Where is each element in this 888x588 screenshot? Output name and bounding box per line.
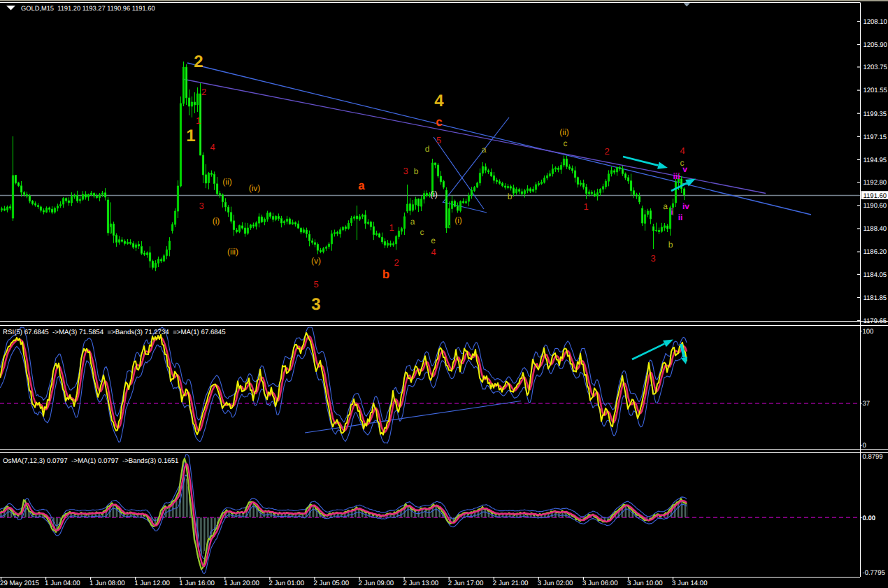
svg-text:a: a	[482, 145, 487, 155]
svg-text:2 Jun 17:00: 2 Jun 17:00	[448, 580, 484, 587]
svg-text:3: 3	[403, 166, 408, 176]
svg-text:1: 1	[389, 222, 394, 233]
svg-text:iii: iii	[673, 171, 680, 181]
svg-text:v: v	[682, 164, 687, 174]
svg-text:1186.20: 1186.20	[864, 248, 887, 256]
svg-text:1184.05: 1184.05	[864, 271, 887, 279]
svg-text:3 Jun 02:00: 3 Jun 02:00	[538, 580, 573, 587]
svg-text:29 May 2015: 29 May 2015	[0, 580, 39, 587]
svg-text:1181.85: 1181.85	[864, 294, 887, 302]
svg-text:OsMA(7,12,3) 0.0797 ->MA(1) 0: OsMA(7,12,3) 0.0797 ->MA(1) 0.0797 ->Ban…	[3, 457, 178, 465]
svg-text:i: i	[671, 207, 673, 217]
svg-text:5: 5	[313, 279, 318, 289]
svg-text:iv: iv	[682, 201, 689, 211]
svg-text:GOLD,M15 1191.20 1193.27 1190: GOLD,M15 1191.20 1193.27 1190.96 1191.60	[21, 5, 155, 12]
svg-text:100: 100	[863, 328, 874, 336]
svg-text:3: 3	[199, 201, 203, 211]
svg-text:-0.7795: -0.7795	[863, 569, 885, 577]
svg-text:3: 3	[650, 253, 655, 264]
svg-text:(i): (i)	[454, 215, 462, 225]
svg-text:(ii): (ii)	[559, 127, 568, 137]
svg-text:b: b	[508, 192, 513, 201]
svg-text:1 Jun 20:00: 1 Jun 20:00	[224, 580, 259, 587]
svg-text:37: 37	[863, 400, 871, 408]
svg-text:a: a	[358, 179, 365, 192]
svg-text:3 Jun 10:00: 3 Jun 10:00	[627, 580, 663, 587]
svg-text:2: 2	[194, 52, 203, 71]
svg-text:4: 4	[210, 142, 215, 152]
svg-text:3: 3	[311, 295, 320, 314]
svg-text:1194.95: 1194.95	[864, 157, 887, 164]
svg-text:a: a	[410, 217, 415, 227]
svg-text:2 Jun 13:00: 2 Jun 13:00	[403, 580, 439, 587]
svg-text:(iii): (iii)	[227, 247, 238, 257]
svg-text:ii: ii	[678, 213, 683, 222]
svg-text:(ii): (ii)	[222, 177, 231, 187]
svg-text:2 Jun 21:00: 2 Jun 21:00	[493, 580, 529, 587]
svg-text:1201.55: 1201.55	[864, 87, 887, 94]
svg-text:1190.60: 1190.60	[864, 202, 887, 210]
svg-text:2 Jun 01:00: 2 Jun 01:00	[268, 580, 304, 587]
svg-text:(v): (v)	[311, 256, 321, 266]
svg-text:1199.35: 1199.35	[864, 110, 887, 118]
svg-text:1: 1	[583, 201, 588, 212]
svg-text:1205.90: 1205.90	[864, 41, 887, 49]
svg-text:0: 0	[863, 442, 866, 450]
svg-text:1197.15: 1197.15	[864, 134, 887, 141]
svg-text:1 Jun 12:00: 1 Jun 12:00	[134, 580, 170, 587]
svg-text:0.00: 0.00	[863, 515, 876, 522]
svg-text:c: c	[420, 227, 424, 237]
svg-text:1208.10: 1208.10	[864, 18, 887, 26]
svg-text:1 Jun 08:00: 1 Jun 08:00	[89, 580, 125, 587]
svg-text:e: e	[431, 236, 436, 245]
svg-text:RSI(5) 67.6845 ->MA(3) 71.585: RSI(5) 67.6845 ->MA(3) 71.5854 =>Bands(3…	[3, 329, 226, 336]
svg-text:(i): (i)	[213, 216, 220, 226]
svg-text:1179.65: 1179.65	[864, 317, 887, 325]
svg-text:(i): (i)	[430, 189, 438, 199]
svg-text:2: 2	[394, 257, 399, 268]
svg-text:1: 1	[196, 115, 201, 126]
svg-text:c: c	[436, 115, 442, 129]
svg-text:c: c	[564, 138, 568, 148]
svg-text:4: 4	[680, 145, 685, 156]
svg-text:2 Jun 09:00: 2 Jun 09:00	[359, 580, 394, 587]
svg-text:3 Jun 06:00: 3 Jun 06:00	[582, 580, 618, 587]
svg-text:1203.75: 1203.75	[864, 64, 887, 71]
svg-text:b: b	[382, 268, 389, 281]
svg-text:2: 2	[604, 146, 609, 157]
svg-text:(iv): (iv)	[249, 183, 261, 193]
svg-text:0.8799: 0.8799	[863, 453, 883, 461]
svg-text:1191.60: 1191.60	[864, 192, 887, 200]
svg-text:2: 2	[201, 87, 206, 97]
svg-text:b: b	[668, 240, 673, 250]
svg-text:3 Jun 14:00: 3 Jun 14:00	[672, 580, 708, 587]
svg-text:d: d	[425, 144, 430, 154]
svg-text:1192.80: 1192.80	[864, 179, 887, 187]
svg-text:1188.40: 1188.40	[864, 225, 887, 233]
svg-text:b: b	[414, 166, 419, 176]
svg-text:4: 4	[431, 247, 436, 257]
svg-text:4: 4	[434, 92, 444, 110]
svg-text:1: 1	[186, 127, 195, 145]
svg-text:2 Jun 05:00: 2 Jun 05:00	[314, 580, 350, 587]
svg-text:5: 5	[436, 135, 441, 145]
svg-text:1 Jun 16:00: 1 Jun 16:00	[179, 580, 215, 587]
svg-text:a: a	[663, 201, 668, 211]
svg-text:1 Jun 04:00: 1 Jun 04:00	[45, 580, 80, 587]
